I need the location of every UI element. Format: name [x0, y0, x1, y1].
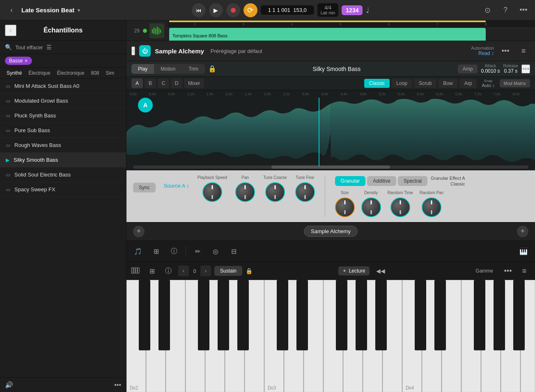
- keyboard-config-icon[interactable]: ⊞: [145, 264, 158, 277]
- piano-icon[interactable]: 🎹: [517, 245, 530, 258]
- tag-basse[interactable]: Basse ✕: [5, 57, 32, 65]
- mode-arp[interactable]: Arp: [459, 79, 477, 88]
- list-item[interactable]: ▭ Rough Waves Bass: [0, 138, 126, 153]
- waveform-canvas[interactable]: 0,0s 0,4s 0,8s 1,2s 1,6s 2,0s 2,4s 2,8s …: [126, 90, 535, 170]
- pan-knob[interactable]: [235, 182, 255, 202]
- subtag-electrique[interactable]: Électrique: [27, 69, 52, 77]
- nav-prev-button[interactable]: ‹: [178, 266, 189, 276]
- rewind-button[interactable]: ⏮: [192, 3, 206, 17]
- grid-icon[interactable]: ⊞: [149, 245, 163, 258]
- sidebar-close-button[interactable]: ‹: [5, 25, 16, 36]
- subtag-electronique[interactable]: Électronique: [55, 69, 86, 77]
- random-pan-knob[interactable]: [422, 197, 441, 217]
- tag-remove-icon[interactable]: ✕: [24, 58, 28, 64]
- subtag-808[interactable]: 808: [89, 69, 101, 77]
- black-key-as2[interactable]: [237, 280, 249, 351]
- more-button[interactable]: •••: [114, 381, 121, 389]
- list-item[interactable]: ▭ Mini M Attack Sust Bass A0: [0, 79, 126, 94]
- amp-button[interactable]: Amp: [458, 64, 478, 73]
- filter-icon[interactable]: ☰: [46, 44, 52, 50]
- back-button[interactable]: ‹: [5, 4, 18, 17]
- black-key-gs4[interactable]: [494, 280, 505, 351]
- bpm-badge[interactable]: 1234: [342, 5, 363, 15]
- zone-tab-a[interactable]: A: [131, 78, 143, 88]
- zone-marker-a[interactable]: A: [138, 98, 153, 112]
- waveform-scrollbar-thumb[interactable]: [271, 165, 390, 169]
- black-key-as4[interactable]: [513, 280, 525, 351]
- clear-button[interactable]: Tout effacer: [15, 44, 43, 50]
- black-key-fs4[interactable]: [474, 280, 485, 351]
- granular-tab-granular[interactable]: Granular: [335, 176, 366, 186]
- list-item[interactable]: ▭ Spacy Sweep FX: [0, 182, 126, 197]
- record-button[interactable]: [226, 3, 240, 17]
- keyboard-lines-button[interactable]: ≡: [518, 264, 531, 277]
- random-time-knob[interactable]: [390, 197, 410, 217]
- list-item[interactable]: ▭ Pluck Synth Bass: [0, 108, 126, 123]
- granular-tab-additive[interactable]: Additive: [367, 176, 396, 186]
- black-key-fs2[interactable]: [198, 280, 209, 351]
- black-key-ds3[interactable]: [296, 280, 308, 351]
- zone-tab-c[interactable]: C: [158, 78, 169, 88]
- mode-loop[interactable]: Loop: [391, 79, 412, 88]
- subtag-synthe[interactable]: Synthé: [5, 69, 23, 77]
- black-key-cs4[interactable]: [415, 280, 426, 351]
- notes-icon[interactable]: 🎵: [131, 245, 145, 258]
- black-key-as3[interactable]: [375, 280, 387, 351]
- black-key-ds4[interactable]: [434, 280, 446, 351]
- alchemy-more-button[interactable]: •••: [499, 44, 512, 57]
- black-key-fs3[interactable]: [336, 280, 347, 351]
- zone-tab-b[interactable]: B: [145, 78, 156, 88]
- plugin-name-badge[interactable]: Sample Alchemy: [304, 226, 358, 237]
- track-clip[interactable]: Tompkins Square 808 Bass: [169, 28, 486, 41]
- list-item[interactable]: ▭ Modulated Growl Bass: [0, 94, 126, 108]
- alchemy-back-button[interactable]: ‹: [131, 46, 135, 55]
- source-select[interactable]: Source A ↕: [164, 183, 189, 189]
- list-item[interactable]: ▭ Solid Soul Electric Bass: [0, 167, 126, 182]
- zone-tab-d[interactable]: D: [171, 78, 182, 88]
- snap-value[interactable]: Auto ↕: [482, 83, 494, 88]
- black-key-cs2[interactable]: [139, 280, 150, 351]
- add-left-button[interactable]: +: [133, 226, 145, 237]
- help-icon[interactable]: ?: [499, 4, 512, 17]
- playback-speed-knob[interactable]: [202, 182, 222, 202]
- mode-bow[interactable]: Bow: [438, 79, 457, 88]
- waveform-more-button[interactable]: •••: [521, 64, 530, 73]
- size-knob[interactable]: [335, 197, 355, 217]
- power-button[interactable]: ⏻: [139, 45, 151, 57]
- gamme-button[interactable]: Gamme: [471, 266, 498, 275]
- more-icon[interactable]: •••: [517, 4, 530, 17]
- subtag-sim[interactable]: Sim: [104, 69, 116, 77]
- alchemy-lines-button[interactable]: ≡: [517, 44, 530, 57]
- black-key-gs2[interactable]: [218, 280, 229, 351]
- play-button[interactable]: ▶: [209, 3, 223, 17]
- granular-tab-spectral[interactable]: Spectral: [398, 176, 427, 186]
- automation-mode[interactable]: Read ↕: [471, 50, 494, 56]
- waveform-scrollbar[interactable]: [133, 165, 528, 169]
- pencil-icon[interactable]: ✏: [191, 245, 204, 258]
- mode-scrub[interactable]: Scrub: [414, 79, 436, 88]
- keyboard-more-button[interactable]: •••: [501, 264, 514, 277]
- black-key-ds2[interactable]: [158, 280, 170, 351]
- playhead[interactable]: [319, 98, 319, 166]
- sustain-button[interactable]: Sustain: [214, 266, 242, 276]
- tune-fine-knob[interactable]: [295, 182, 315, 202]
- sync-button[interactable]: Sync: [133, 183, 156, 193]
- black-key-gs3[interactable]: [356, 280, 367, 351]
- sliders-icon[interactable]: ⊟: [227, 245, 240, 258]
- mixer-tab[interactable]: Mixer: [184, 78, 204, 88]
- mode-classic[interactable]: Classic: [364, 79, 390, 88]
- info-icon[interactable]: ⓘ: [168, 245, 181, 258]
- black-key-cs3[interactable]: [277, 280, 288, 351]
- airplay-icon[interactable]: ⊙: [481, 4, 494, 17]
- tab-trim[interactable]: Trim: [182, 64, 205, 74]
- loop-button[interactable]: ⟳: [243, 3, 257, 17]
- tab-play[interactable]: Play: [131, 64, 154, 74]
- nav-next-button[interactable]: ›: [200, 266, 211, 276]
- eye-icon[interactable]: ◎: [209, 245, 222, 258]
- add-right-button[interactable]: +: [517, 226, 528, 237]
- density-knob[interactable]: [361, 197, 381, 217]
- mod-matrix-button[interactable]: Mod Matrix: [500, 79, 530, 87]
- list-item[interactable]: ▭ Pure Sub Bass: [0, 123, 126, 138]
- tab-motion[interactable]: Motion: [154, 64, 182, 74]
- tune-coarse-knob[interactable]: [265, 182, 285, 202]
